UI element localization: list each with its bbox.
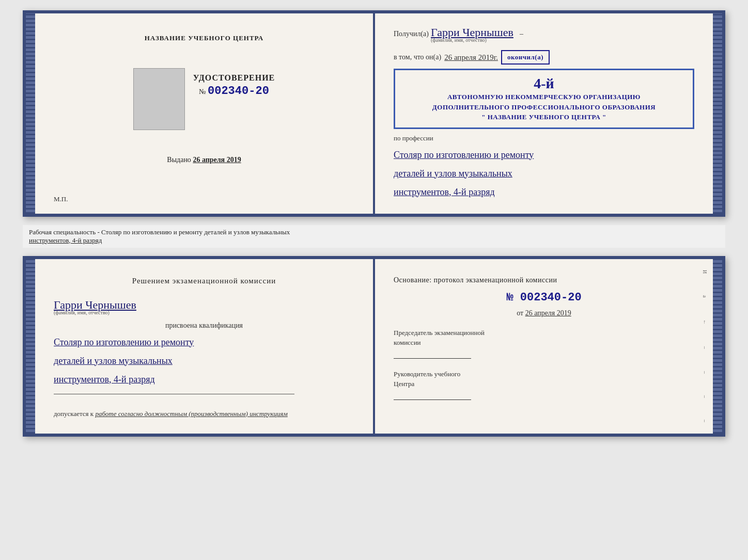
issued-label: Выдано — [167, 156, 191, 164]
protocol-num: 002340-20 — [520, 291, 582, 304]
bottom-left-page: Решением экзаменационной комиссии Гарри … — [35, 259, 375, 434]
rukovoditel-signature-line — [394, 399, 471, 400]
profession-line1-top: Столяр по изготовлению и ремонту — [394, 146, 694, 164]
rukovoditel-line1: Руководитель учебного — [394, 370, 460, 378]
profession-block-bottom: Столяр по изготовлению и ремонту деталей… — [54, 333, 354, 389]
margin-dash-1: И — [702, 270, 708, 274]
dopuskaetsya-italic: работе согласно должностным (производств… — [95, 410, 287, 418]
number-line: № 002340-20 — [193, 85, 275, 98]
name-group: Гарри Чернышев (фамилия, имя, отчество) — [431, 26, 513, 43]
predsedatel-line2: комиссии — [394, 339, 421, 346]
stamp-grade: 4-й — [402, 75, 685, 92]
dash-top: – — [520, 30, 523, 38]
caption-text-underline: инструментов, 4-й разряд — [29, 236, 102, 244]
fio-label-bottom: (фамилия, имя, отчество) — [54, 310, 110, 315]
left-binding-strip — [26, 13, 35, 214]
stamp-line4: " НАЗВАНИЕ УЧЕБНОГО ЦЕНТРА " — [402, 112, 685, 122]
top-left-title: НАЗВАНИЕ УЧЕБНОГО ЦЕНТРА — [145, 34, 264, 42]
predsedatel-label: Председатель экзаменационной комиссии — [394, 328, 694, 348]
poluchil-line: Получил(а) Гарри Чернышев (фамилия, имя,… — [394, 26, 694, 43]
bottom-name-group: Гарри Чернышев (фамилия, имя, отчество) — [54, 293, 354, 315]
profession-line3-bottom: инструментов, 4-й разряд — [54, 370, 354, 389]
stamp-line3: ДОПОЛНИТЕЛЬНОГО ПРОФЕССИОНАЛЬНОГО ОБРАЗО… — [402, 102, 685, 113]
mp-label: М.П. — [54, 195, 68, 203]
dopuskaetsya-prefix: допускается к — [54, 410, 93, 418]
ot-date: от 26 апреля 2019 — [394, 309, 694, 317]
dopuskaetsya-line: допускается к работе согласно должностны… — [54, 410, 354, 418]
margin-dash-5: – — [702, 371, 708, 374]
stamp-block: 4-й АВТОНОМНУЮ НЕКОММЕРЧЕСКУЮ ОРГАНИЗАЦИ… — [394, 69, 694, 129]
bottom-right-binding-strip — [713, 259, 722, 434]
po-professii-label: по профессии — [394, 134, 694, 142]
ot-prefix: от — [517, 309, 523, 317]
recipient-name-top: Гарри Чернышев — [431, 26, 513, 39]
stamp-line2: АВТОНОМНУЮ НЕКОММЕРЧЕСКУЮ ОРГАНИЗАЦИЮ — [402, 92, 685, 102]
osnovanie-text: Основание: протокол экзаменационной коми… — [394, 275, 694, 286]
profession-line3-top: инструментов, 4-й разряд — [394, 183, 694, 201]
vtom-date: 26 апреля 2019г. — [444, 53, 498, 62]
issued-line: Выдано 26 апреля 2019 — [167, 156, 241, 164]
udostoverenie-block: УДОСТОВЕРЕНИЕ № 002340-20 — [193, 73, 275, 98]
number-prefix: № — [199, 88, 206, 95]
profession-line2-top: деталей и узлов музыкальных — [394, 164, 694, 183]
ot-date-value: 26 апреля 2019 — [525, 309, 571, 317]
issued-date: 26 апреля 2019 — [193, 156, 241, 164]
predsedatel-line1: Председатель экзаменационной — [394, 329, 485, 337]
okonchil-box: окончил(а) — [501, 50, 550, 65]
udostoverenie-number: 002340-20 — [208, 85, 269, 98]
rukovoditel-line2: Центра — [394, 380, 414, 388]
top-diploma-spread: НАЗВАНИЕ УЧЕБНОГО ЦЕНТРА УДОСТОВЕРЕНИЕ №… — [23, 10, 725, 217]
rukovoditel-label: Руководитель учебного Центра — [394, 369, 694, 389]
margin-dash-4: – — [702, 346, 708, 349]
bottom-diploma-spread: Решением экзаменационной комиссии Гарри … — [23, 256, 725, 437]
caption-bar: Рабочая специальность - Столяр по изгото… — [23, 225, 725, 248]
protocol-prefix: № — [506, 291, 513, 304]
margin-dash-6: – — [702, 395, 708, 398]
profession-block-top: Столяр по изготовлению и ремонту деталей… — [394, 146, 694, 201]
predsedatel-signature-line — [394, 358, 471, 359]
bottom-right-page: Основание: протокол экзаменационной коми… — [375, 259, 713, 434]
photo-placeholder — [133, 68, 185, 130]
top-left-page: НАЗВАНИЕ УЧЕБНОГО ЦЕНТРА УДОСТОВЕРЕНИЕ №… — [35, 13, 375, 214]
resheniem-text: Решением экзаменационной комиссии — [54, 275, 354, 287]
margin-dash-3: ← — [702, 319, 708, 325]
top-right-page: Получил(а) Гарри Чернышев (фамилия, имя,… — [375, 13, 713, 214]
margin-dash-7: – — [702, 420, 708, 422]
vtom-prefix: в том, что он(а) — [394, 53, 441, 61]
caption-text-start: Рабочая специальность - Столяр по изгото… — [29, 228, 290, 236]
margin-dash-2: а — [702, 295, 708, 297]
vtom-line: в том, что он(а) 26 апреля 2019г. окончи… — [394, 50, 694, 65]
udostoverenie-title: УДОСТОВЕРЕНИЕ — [193, 73, 275, 83]
profession-line2-bottom: деталей и узлов музыкальных — [54, 351, 354, 370]
right-margin-dashes: И а ← – – – – — [700, 259, 709, 434]
profession-line1-bottom: Столяр по изготовлению и ремонту — [54, 333, 354, 351]
bottom-left-binding-strip — [26, 259, 35, 434]
protocol-number: № 002340-20 — [394, 291, 694, 304]
prisvoena-text: присвоена квалификация — [54, 322, 354, 330]
poluchil-prefix: Получил(а) — [394, 30, 429, 38]
right-binding-strip — [713, 13, 722, 214]
